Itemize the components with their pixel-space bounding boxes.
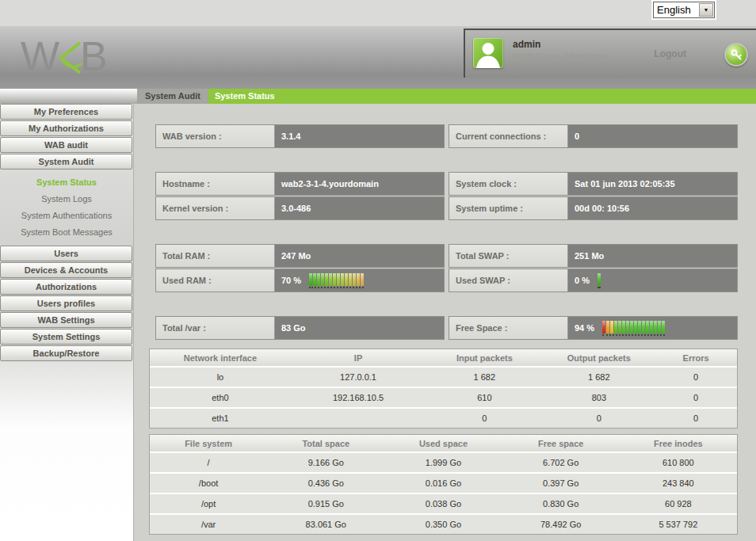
cell: 127.0.0.1: [291, 368, 426, 387]
sidebar-item-users-profiles[interactable]: Users profiles: [0, 295, 132, 311]
cell: eth0: [150, 388, 291, 407]
cell: 0: [655, 368, 737, 387]
sidebar-item-system-audit[interactable]: System Audit: [0, 154, 132, 170]
sidebar-item-users[interactable]: Users: [0, 246, 132, 261]
filesystem-row: /9.166 Go1.999 Go6.702 Go610 800: [150, 453, 737, 474]
network-row: eth1000: [150, 409, 737, 428]
sidebar-item-my-preferences[interactable]: My Preferences: [0, 104, 132, 120]
sidebar-subitem-system-status[interactable]: System Status: [0, 174, 133, 191]
sidebar-subitem-system-authentications[interactable]: System Authentications: [0, 208, 133, 224]
bar-segment: [317, 273, 320, 286]
language-value: English: [654, 4, 699, 16]
bar-segment: [662, 321, 665, 333]
bar-segment: [353, 273, 356, 286]
column-header-file-system: File system: [150, 435, 267, 451]
tab-bar-lead: [0, 89, 137, 104]
bar-segment: [357, 273, 360, 286]
key-button[interactable]: [724, 43, 748, 67]
field-value-text: 247 Mo: [281, 251, 311, 261]
header: W B admin WAB Super Administra... Logout: [0, 26, 756, 89]
bar-segment: [610, 321, 613, 333]
bar-segment: [630, 321, 633, 333]
cell: [291, 409, 426, 428]
sidebar-subitem-system-boot-messages[interactable]: System Boot Messages: [0, 224, 133, 241]
cell: 0.350 Go: [384, 515, 502, 534]
cell: 83.061 Go: [267, 515, 384, 534]
sidebar-item-backup-restore[interactable]: Backup/Restore: [0, 345, 132, 361]
sidebar-item-system-settings[interactable]: System Settings: [0, 329, 132, 345]
bar-segment: [337, 273, 340, 286]
bar-segment: [325, 273, 328, 286]
field-wab-version: WAB version :3.1.4: [155, 124, 445, 148]
cell: 243 840: [620, 474, 737, 493]
field-value-text: wab2-3-1-4.yourdomain: [281, 179, 379, 189]
field-value-text: 70 %: [281, 276, 301, 285]
language-select[interactable]: English ▼: [653, 2, 715, 18]
used-ram-bar: [309, 273, 364, 288]
bar-segment: [654, 321, 657, 333]
field-used-ram: Used RAM :70 %: [155, 269, 445, 292]
field-label: System clock :: [449, 173, 568, 195]
cell: 5 537 792: [620, 515, 737, 534]
column-header-used-space: Used space: [384, 435, 502, 451]
sidebar-item-wab-settings[interactable]: WAB Settings: [0, 312, 132, 328]
bar-segment: [646, 321, 649, 333]
field-value-text: 00d 00: 10:56: [575, 204, 629, 213]
status-row: Hostname :wab2-3-1-4.yourdomainSystem cl…: [155, 172, 738, 196]
bar-segment: [634, 321, 637, 333]
user-role: WAB Super Administra...: [513, 51, 615, 61]
cell: 0.016 Go: [384, 474, 502, 493]
network-row: eth0192.168.10.56108030: [150, 388, 737, 409]
user-name: admin: [513, 39, 540, 50]
field-label: Total SWAP :: [449, 245, 568, 267]
status-row: Total RAM :247 MoTotal SWAP :251 Mo: [155, 244, 738, 268]
free-space-bar: [602, 321, 665, 336]
field-value-text: 0: [575, 131, 579, 141]
bar-segment: [658, 321, 661, 333]
field-current-connections: Current connections :0: [449, 124, 738, 148]
field-system-clock: System clock :Sat 01 jun 2013 02:05:35: [449, 172, 738, 196]
field-value: 83 Go: [275, 317, 444, 339]
field-value: 94 %: [568, 317, 737, 339]
field-total-ram: Total RAM :247 Mo: [155, 244, 445, 268]
field-value: 0 %: [568, 269, 737, 291]
field-label: Used SWAP :: [449, 269, 568, 291]
bar-segment: [622, 321, 625, 333]
cell: /: [150, 453, 267, 472]
status-row: Used RAM :70 %Used SWAP :0 %: [155, 269, 738, 292]
filesystem-row: /boot0.436 Go0.016 Go0.397 Go243 840: [150, 474, 737, 494]
bar-segment: [341, 273, 344, 286]
tab-system-audit[interactable]: System Audit: [137, 89, 208, 104]
filesystem-table: File systemTotal spaceUsed spaceFree spa…: [149, 434, 738, 535]
field-value-text: 3.1.4: [281, 131, 300, 141]
field-value: wab2-3-1-4.yourdomain: [275, 173, 444, 195]
sidebar-subitem-system-logs[interactable]: System Logs: [0, 191, 133, 208]
table-header-row: File systemTotal spaceUsed spaceFree spa…: [150, 435, 737, 453]
sidebar-item-devices-accounts[interactable]: Devices & Accounts: [0, 262, 132, 278]
sidebar-item-authorizations[interactable]: Authorizations: [0, 279, 132, 295]
tab-system-status[interactable]: System Status: [208, 89, 756, 104]
dropdown-arrow-icon[interactable]: ▼: [699, 3, 713, 17]
cell: 192.168.10.5: [291, 388, 426, 407]
cell: lo: [150, 368, 291, 387]
cell: /boot: [150, 474, 267, 493]
field-free-space: Free Space :94 %: [449, 316, 738, 340]
bar-segment: [333, 273, 336, 286]
sidebar: My PreferencesMy AuthorizationsWAB audit…: [0, 104, 133, 541]
bar-segment: [349, 273, 352, 286]
field-value: 3.1.4: [275, 125, 444, 147]
field-value: 247 Mo: [275, 245, 444, 267]
field-label: Total /var :: [156, 317, 275, 339]
field-total-swap: Total SWAP :251 Mo: [449, 244, 738, 268]
bar-segment: [598, 273, 601, 286]
field-label: Current connections :: [449, 125, 568, 147]
table-header-row: Network interfaceIPInput packetsOutput p…: [150, 349, 737, 368]
logout-button[interactable]: Logout: [654, 48, 686, 59]
field-value-text: 0 %: [575, 276, 590, 285]
field-total-var: Total /var :83 Go: [155, 316, 445, 340]
cell: eth1: [150, 409, 291, 428]
field-value-text: 251 Mo: [575, 251, 604, 261]
sidebar-item-my-authorizations[interactable]: My Authorizations: [0, 120, 132, 136]
field-label: Total RAM :: [156, 245, 275, 267]
sidebar-item-wab-audit[interactable]: WAB audit: [0, 137, 132, 153]
